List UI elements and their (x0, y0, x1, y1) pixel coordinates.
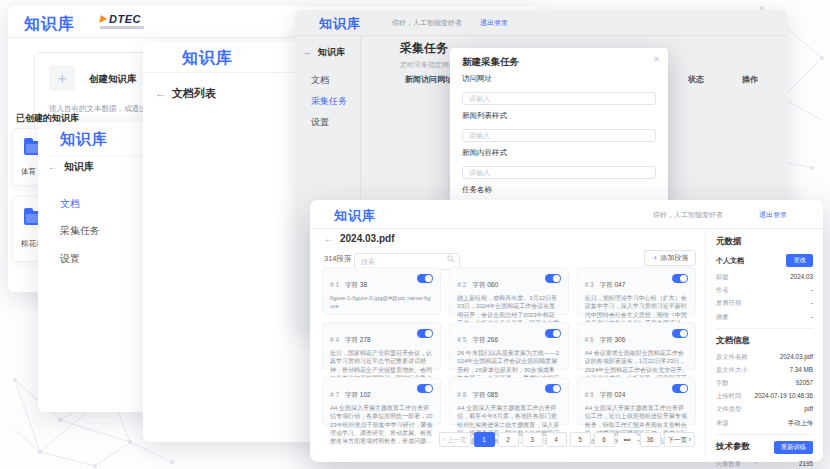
chunk-text: figure-1-figure-0.jpg@#@pic name:figure (330, 294, 433, 311)
chunk-toggle[interactable] (672, 329, 688, 338)
info-row: 上传时间2024-07-19 10:46:36 (716, 392, 813, 401)
chunk-toggle[interactable] (417, 274, 433, 283)
page-button-1[interactable]: 1 (474, 432, 495, 447)
chunk-card[interactable]: # 2字符 060踏上新征程，奋楫再出发。3月22日至23日，2024年全国棉花… (449, 267, 568, 315)
chunk-card[interactable]: # 6字符 306A4 会议要求全面做好全国棉花工作会议的各项部署落实，1月22… (577, 322, 696, 370)
meta-row: 作者- (716, 286, 813, 295)
desktop: 知识库 DTEC ＋ 创建知识库 接入自有的文本数据，或通过 Webhook 实… (0, 0, 830, 469)
change-doc-type-button[interactable]: 更改 (786, 254, 813, 267)
info-row: 来源手动上传 (716, 419, 813, 428)
search-icon (447, 255, 455, 263)
page-button-5[interactable]: 5 (570, 432, 591, 447)
chunk-card[interactable]: # 4字符 278近日，国家棉花产业联盟召开会议，认真学习贯彻习近平总书记重要讲… (322, 322, 441, 370)
back-to-doc-list[interactable]: ←文档列表 (155, 86, 216, 101)
chunk-toggle[interactable] (545, 384, 561, 393)
kb-folder-label: 体育 (21, 167, 36, 177)
chunk-toggle[interactable] (672, 274, 688, 283)
page-button-4[interactable]: 4 (546, 432, 567, 447)
page-button-2[interactable]: 2 (498, 432, 519, 447)
field-label-url: 访问网址 (462, 74, 656, 84)
dtec-caption (100, 26, 144, 29)
chunk-toggle[interactable] (417, 384, 433, 393)
content-style-input[interactable] (462, 166, 656, 179)
field-label-list-style: 新闻列表样式 (462, 111, 656, 121)
close-icon[interactable]: × (654, 54, 659, 64)
sidebar-item-collect[interactable]: 采集任务 (60, 224, 100, 238)
prev-page-button[interactable]: ‹ 上一页 (439, 432, 470, 447)
back-arrow-icon: ← (48, 161, 58, 172)
dtec-arrow-icon (99, 15, 108, 23)
field-label-task-name: 任务名称 (462, 185, 656, 195)
info-row: 原文件名称2024.03.pdf (716, 353, 813, 362)
info-row: 原文件大小7.34 MB (716, 366, 813, 375)
page-ellipsis: ••• (618, 433, 637, 446)
chunk-toggle[interactable] (672, 384, 688, 393)
user-greeting: 你好，人工智能爱好者 (653, 210, 723, 220)
document-title: 2024.03.pdf (340, 233, 394, 244)
metadata-sidebar: 元数据 个人文档 更改 标题2024.03 作者- 发表日期- 摘要- 文档信息… (705, 228, 823, 462)
chunk-text: A4 全面深入开展主题教育工作自查评估专项行动，各单位按照统一部署，2023年组… (330, 404, 433, 445)
chunk-card[interactable]: # 7字符 102A4 全面深入开展主题教育工作自查评估专项行动，各单位按照统一… (322, 377, 441, 425)
next-page-button[interactable]: 下一页 › (664, 432, 695, 447)
doc-info-title: 文档信息 (716, 335, 813, 347)
plus-icon: ＋ (652, 254, 659, 261)
app-logo: 知识库 (24, 14, 75, 35)
section-divider (716, 328, 813, 329)
list-style-input[interactable] (462, 129, 656, 142)
chunk-toggle[interactable] (545, 274, 561, 283)
metadata-title: 元数据 (716, 236, 813, 248)
chunk-card[interactable]: # 3字符 047近日，党组理论学习中心组（扩大）会议集中学习，深入学习贯彻习近… (577, 267, 696, 315)
app-logo: 知识库 (182, 48, 233, 69)
plus-icon: ＋ (49, 65, 75, 91)
chunk-card[interactable]: # 9字符 024A4 全面深入开展主题教育工作自查评估工作，近日上级巡视组进驻… (577, 377, 696, 425)
dtec-logo: DTEC (100, 13, 144, 29)
app-logo: 知识库 (334, 207, 376, 225)
meta-row: 标题2024.03 (716, 273, 813, 282)
retrain-button[interactable]: 重新训练 (774, 441, 813, 454)
new-collect-task-modal: 新建采集任务 × 访问网址 新闻列表样式 新闻内容样式 任务名称 是否定时执行 … (450, 48, 668, 206)
app-logo: 知识库 (60, 130, 108, 149)
chunk-count: 314段落 (324, 254, 352, 264)
back-from-document[interactable]: ←2024.03.pdf (324, 233, 394, 244)
meta-row: 发表日期- (716, 299, 813, 308)
sidebar-item-docs[interactable]: 文档 (60, 197, 80, 211)
back-arrow-icon: ← (324, 233, 334, 244)
chunk-toggle[interactable] (545, 329, 561, 338)
chunk-toggle[interactable] (417, 329, 433, 338)
info-row: 文件类型pdf (716, 405, 813, 414)
page-button-6[interactable]: 6 (594, 432, 615, 447)
pagination: ‹ 上一页 1 2 3 4 5 6 ••• 36 下一页 › (439, 432, 695, 447)
tech-params-title: 技术参数 (716, 441, 750, 453)
field-label-content-style: 新闻内容样式 (462, 148, 656, 158)
page-button-3[interactable]: 3 (522, 432, 543, 447)
back-to-kb[interactable]: ←知识库 (48, 160, 94, 174)
sidebar-item-settings[interactable]: 设置 (60, 252, 80, 266)
chunk-grid: # 1字符 38figure-1-figure-0.jpg@#@pic name… (322, 267, 696, 425)
doc-type-label: 个人文档 (716, 256, 744, 266)
add-chunk-button[interactable]: ＋ 添加段落 (644, 250, 696, 266)
url-input[interactable] (462, 92, 656, 105)
window-doc-viewer: 知识库 你好，人工智能爱好者 退出登录 ←2024.03.pdf 314段落 ＋… (310, 200, 823, 462)
chunk-card[interactable]: # 8字符 085A4 全面深入开展主题教育工作自查评估，截至今年6月底，各地区… (449, 377, 568, 425)
page-button-last[interactable]: 36 (640, 432, 661, 447)
doc-viewer-header: 知识库 你好，人工智能爱好者 退出登录 (310, 200, 823, 229)
chunk-card[interactable]: # 1字符 38figure-1-figure-0.jpg@#@pic name… (322, 267, 441, 315)
tech-row: 向量数量2195 (716, 460, 813, 469)
section-divider (716, 434, 813, 435)
meta-row: 摘要- (716, 313, 813, 322)
create-kb-title: 创建知识库 (89, 73, 137, 86)
logout-link[interactable]: 退出登录 (759, 210, 787, 220)
info-row: 字数92057 (716, 379, 813, 388)
chunk-card[interactable]: # 5字符 26626 年来我们以高质量发展为主线——2024年全国棉花工作会议… (449, 322, 568, 370)
back-arrow-icon: ← (155, 87, 166, 99)
